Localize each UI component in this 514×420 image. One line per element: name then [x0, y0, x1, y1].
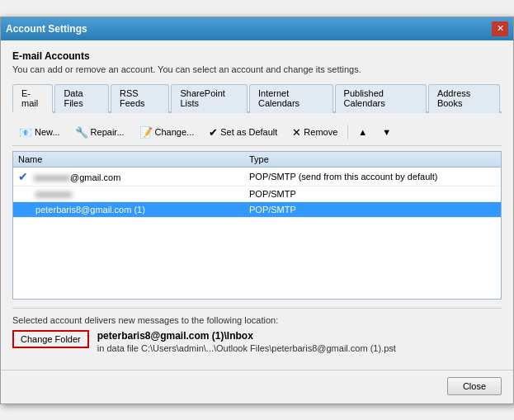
table-row[interactable]: peterbaris8@gmail.com (1) POP/SMTP — [13, 202, 501, 218]
repair-icon: 🔧 — [75, 126, 88, 139]
tab-internet-cal[interactable]: Internet Calendars — [249, 84, 333, 113]
close-button[interactable]: Close — [447, 377, 502, 395]
footer-description: Selected account delivers new messages t… — [12, 315, 502, 325]
account-name-blurred: xxxxxxxx — [34, 172, 70, 182]
row-account-name: peterbaris8@gmail.com (1) — [18, 205, 249, 215]
new-button[interactable]: 📧 New... — [12, 123, 67, 142]
column-header-name: Name — [18, 154, 249, 164]
remove-button[interactable]: ✕ Remove — [285, 123, 344, 142]
inbox-path: peterbaris8@gmail.com (1)\Inbox — [97, 330, 396, 342]
checkmark-icon: ✔ — [209, 126, 218, 139]
accounts-table: Name Type ✔ xxxxxxxx@gmail.com POP/SMTP … — [12, 151, 502, 300]
set-default-button[interactable]: ✔ Set as Default — [202, 123, 284, 142]
tab-sharepoint[interactable]: SharePoint Lists — [171, 84, 247, 113]
table-row[interactable]: ✔ xxxxxxxx@gmail.com POP/SMTP (send from… — [13, 168, 501, 186]
change-button[interactable]: 📝 Change... — [133, 123, 201, 142]
change-icon: 📝 — [139, 126, 153, 139]
footer-section: Selected account delivers new messages t… — [12, 308, 502, 353]
new-icon: 📧 — [19, 126, 32, 139]
window-close-button[interactable]: ✕ — [492, 21, 508, 36]
change-folder-button[interactable]: Change Folder — [12, 330, 89, 348]
tab-address-books[interactable]: Address Books — [428, 84, 500, 113]
section-title: E-mail Accounts — [12, 50, 502, 62]
up-arrow-icon: ▲ — [358, 127, 367, 137]
window-title: Account Settings — [6, 23, 87, 35]
section-description: You can add or remove an account. You ca… — [12, 64, 502, 74]
tab-data-files[interactable]: Data Files — [54, 84, 109, 113]
folder-info: peterbaris8@gmail.com (1)\Inbox in data … — [97, 330, 396, 353]
remove-icon: ✕ — [292, 126, 301, 139]
title-bar: Account Settings ✕ — [1, 17, 513, 40]
column-header-type: Type — [249, 154, 496, 164]
tab-rss-feeds[interactable]: RSS Feeds — [111, 84, 169, 113]
account-settings-window: Account Settings ✕ E-mail Accounts You c… — [0, 17, 514, 404]
move-up-button[interactable]: ▲ — [351, 124, 374, 140]
tab-email[interactable]: E-mail — [12, 84, 53, 113]
account-name-blurred: xxxxxxxx — [35, 189, 72, 199]
tab-published-cal[interactable]: Published Calendars — [335, 84, 427, 113]
table-row[interactable]: xxxxxxxx POP/SMTP — [13, 186, 501, 202]
row-account-type: POP/SMTP — [249, 189, 496, 199]
toolbar-separator — [347, 125, 348, 139]
main-content: E-mail Accounts You can add or remove an… — [1, 40, 513, 363]
tab-bar: E-mail Data Files RSS Feeds SharePoint L… — [12, 83, 502, 113]
row-account-type: POP/SMTP — [249, 205, 496, 215]
row-account-name: xxxxxxxx — [18, 189, 249, 199]
repair-button[interactable]: 🔧 Repair... — [68, 123, 131, 142]
footer-info: Change Folder peterbaris8@gmail.com (1)\… — [12, 330, 502, 353]
data-file-path: in data file C:\Users\admin\...\Outlook … — [97, 343, 396, 353]
table-header: Name Type — [13, 152, 501, 168]
accounts-toolbar: 📧 New... 🔧 Repair... 📝 Change... ✔ Set a… — [12, 120, 502, 146]
bottom-bar: Close — [1, 370, 513, 403]
default-account-icon: ✔ — [18, 170, 28, 183]
row-account-type: POP/SMTP (send from this account by defa… — [249, 172, 496, 182]
move-down-button[interactable]: ▼ — [375, 124, 398, 140]
down-arrow-icon: ▼ — [382, 127, 391, 137]
row-account-name: ✔ xxxxxxxx@gmail.com — [18, 170, 249, 183]
